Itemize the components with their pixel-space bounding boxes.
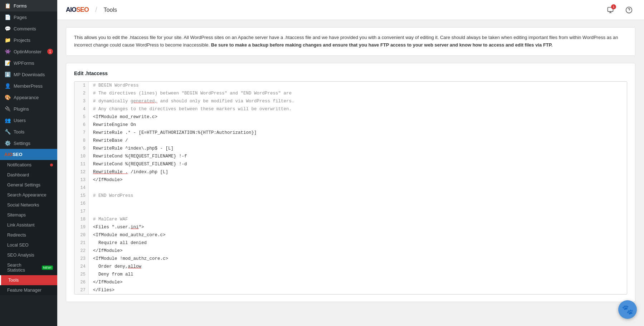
code-line-14: 14 [74,184,627,192]
editor-card: Edit .htaccess 1 # BEGIN WordPress 2 # T… [66,63,635,302]
sidebar-item-settings[interactable]: ⚙️ Settings [0,137,57,149]
aioseo-sub-notifications[interactable]: Notifications [0,160,57,170]
code-line-12: 12 RewriteRule . /index.php [L] [74,168,627,176]
aioseo-sub-sitemaps[interactable]: Sitemaps [0,210,57,220]
aioseo-sub-general-settings[interactable]: General Settings [0,180,57,190]
main-content: AIOSEO / Tools 1 This allows you to edit… [57,0,644,326]
mp-downloads-icon: ⬇️ [4,72,11,77]
code-line-7: 7 RewriteRule .* - [E=HTTP_AUTHORIZATION… [74,129,627,137]
code-line-13: 13 </IfModule> [74,176,627,184]
plugins-icon: 🔌 [4,106,11,112]
notifications-dot-badge [50,164,53,166]
sidebar-item-pages[interactable]: 📄 Pages [0,11,57,23]
sidebar-item-forms[interactable]: 📋 Forms [0,0,57,11]
new-badge: NEW! [42,266,53,270]
aioseo-sub-dashboard[interactable]: Dashboard [0,170,57,180]
memberpress-icon: 👤 [4,83,11,89]
sidebar-item-projects[interactable]: 📁 Projects [0,34,57,46]
aioseo-brand-logo: AIOSEO [4,152,23,157]
users-icon: 👥 [4,117,11,123]
page-title: Tools [104,7,117,13]
sidebar-item-plugins[interactable]: 🔌 Plugins [0,103,57,115]
aioseo-sub-social-networks[interactable]: Social Networks [0,200,57,210]
notification-count-badge: 1 [611,4,616,9]
code-line-5: 5 <IfModule mod_rewrite.c> [74,113,627,121]
code-line-3: 3 # dynamically generated, and should on… [74,97,627,105]
pages-icon: 📄 [4,14,11,20]
aioseo-sub-tools[interactable]: Tools [0,275,57,285]
code-line-11: 11 RewriteCond %{REQUEST_FILENAME} !-d [74,160,627,168]
description-bold: Be sure to make a backup before making c… [211,42,553,48]
notifications-button[interactable]: 1 [604,4,617,16]
aioseo-sub-link-assistant[interactable]: Link Assistant [0,220,57,230]
code-line-21: 21 Require all denied [74,239,627,247]
description-box: This allows you to edit the .htaccess fi… [66,27,635,56]
sidebar-item-users[interactable]: 👥 Users [0,115,57,126]
code-line-19: 19 <Files ".user.ini"> [74,223,627,231]
settings-icon: ⚙️ [4,140,11,146]
breadcrumb-separator: / [95,6,97,14]
forms-icon: 📋 [4,3,11,9]
code-line-1: 1 # BEGIN WordPress [74,82,627,89]
aioseo-sub-search-appearance[interactable]: Search Appearance [0,190,57,200]
comments-icon: 💬 [4,26,11,31]
code-line-8: 8 RewriteBase / [74,137,627,145]
code-line-2: 2 # The directives (lines) between "BEGI… [74,89,627,97]
code-line-10: 10 RewriteCond %{REQUEST_FILENAME} !-f [74,152,627,160]
sidebar-item-tools[interactable]: 🔧 Tools [0,126,57,137]
aioseo-sub-search-statistics[interactable]: Search Statistics NEW! [0,260,57,275]
code-line-23: 23 <IfModule !mod_authz_core.c> [74,255,627,263]
code-line-26: 26 </IfModule> [74,278,627,286]
header-right: 1 [604,4,635,16]
code-line-9: 9 RewriteRule ^index\.php$ - [L] [74,145,627,152]
optinmonster-badge: 1 [47,49,53,54]
code-line-4: 4 # Any changes to the directives betwee… [74,105,627,113]
tools-icon: 🔧 [4,129,11,135]
aioseo-sub-feature-manager[interactable]: Feature Manager [0,285,57,295]
chat-widget[interactable]: 🐾 [618,300,637,319]
code-line-16: 16 [74,200,627,208]
code-lines: 1 # BEGIN WordPress 2 # The directives (… [74,82,627,294]
brand-name: AIOSEO [66,6,89,14]
aioseo-brand: AIOSEO [66,6,89,14]
code-line-15: 15 # END WordPress [74,192,627,200]
code-line-27: 27 </Files> [74,286,627,294]
help-button[interactable] [623,4,635,16]
sidebar-item-wpforms[interactable]: 📝 WPForms [0,57,57,69]
sidebar: 📋 Forms 📄 Pages 💬 Comments 📁 Projects 👾 … [0,0,57,326]
header-left: AIOSEO / Tools [66,6,117,14]
aioseo-sub-redirects[interactable]: Redirects [0,230,57,240]
wpforms-icon: 📝 [4,60,11,66]
top-header: AIOSEO / Tools 1 [57,0,644,20]
sidebar-item-comments[interactable]: 💬 Comments [0,23,57,34]
code-line-6: 6 RewriteEngine On [74,121,627,129]
code-editor[interactable]: 1 # BEGIN WordPress 2 # The directives (… [74,81,627,295]
optinmonster-icon: 👾 [4,49,11,54]
aioseo-submenu: Notifications Dashboard General Settings… [0,160,57,295]
appearance-icon: 🎨 [4,94,11,100]
sidebar-item-optinmonster[interactable]: 👾 OptinMonster 1 [0,46,57,57]
code-line-17: 17 [74,208,627,215]
aioseo-menu-header[interactable]: AIOSEO [0,149,57,160]
sidebar-item-memberpress[interactable]: 👤 MemberPress [0,80,57,92]
code-line-20: 20 <IfModule mod_authz_core.c> [74,231,627,239]
projects-icon: 📁 [4,37,11,43]
sidebar-item-appearance[interactable]: 🎨 Appearance [0,92,57,103]
code-line-22: 22 </IfModule> [74,247,627,255]
code-line-24: 24 Order deny,allow [74,263,627,271]
code-line-25: 25 Deny from all [74,271,627,278]
content-area: This allows you to edit the .htaccess fi… [57,20,644,309]
code-line-18: 18 # MalCare WAF [74,215,627,223]
sidebar-item-mp-downloads[interactable]: ⬇️ MP Downloads [0,69,57,80]
editor-label: Edit .htaccess [74,70,627,76]
aioseo-sub-local-seo[interactable]: Local SEO [0,240,57,250]
aioseo-sub-seo-analysis[interactable]: SEO Analysis [0,250,57,260]
